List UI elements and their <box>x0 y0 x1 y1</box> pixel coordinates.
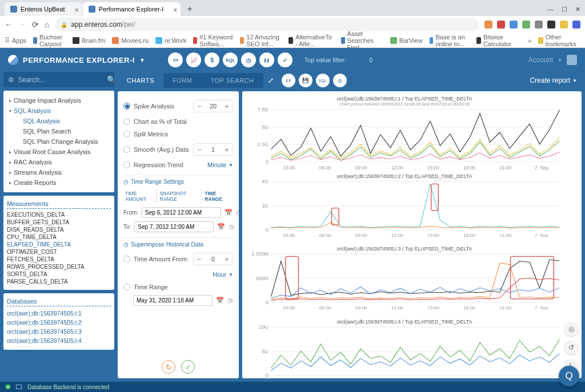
chart[interactable]: orcl(awr);db:1563974505;i:4 / Top ELAPSE… <box>246 318 563 378</box>
sidebar-search[interactable]: ⚙ 🔍 <box>3 72 114 87</box>
time-mini-tab[interactable]: TIME AMOUNT <box>123 189 157 203</box>
subtool-save-icon[interactable]: 💾 <box>299 74 312 87</box>
bookmarks-overflow[interactable]: » <box>528 37 531 44</box>
tool-money-icon[interactable]: $ <box>205 52 219 67</box>
browser-tab[interactable]: Performance Explorer-I× <box>83 2 181 16</box>
radio-smooth[interactable] <box>123 146 130 153</box>
calendar-icon[interactable]: 📅 <box>217 223 225 231</box>
chart-pct-row[interactable]: Chart as % of Total <box>123 115 233 128</box>
smooth-stepper[interactable]: −1+ <box>193 143 233 156</box>
time-range-input[interactable] <box>133 295 213 306</box>
extension-icon[interactable] <box>484 21 492 29</box>
app-dropdown-icon[interactable]: ▼ <box>139 57 145 63</box>
main-tab[interactable]: CHARTS <box>118 73 163 88</box>
clock-icon[interactable]: ◷ <box>236 209 239 216</box>
clock-icon[interactable]: ◷ <box>229 223 234 231</box>
tool-sql-icon[interactable]: SQL <box>223 52 238 67</box>
nav-item[interactable]: ▸Change Impact Analysis <box>7 95 111 106</box>
time-amount-stepper[interactable]: −0+ <box>193 253 233 265</box>
nav-item[interactable]: SQL Plan Search <box>7 126 111 136</box>
radio-regression[interactable] <box>123 161 130 168</box>
apply-button[interactable]: ✓ <box>181 360 195 374</box>
bookmark[interactable]: 12 Amazing SEO Inf... <box>240 34 282 47</box>
measurement-item[interactable]: CPU_TIME_DELTA <box>7 233 111 241</box>
extension-icon[interactable] <box>522 21 530 29</box>
chart-btn-target-icon[interactable]: ◎ <box>564 322 578 336</box>
database-item[interactable]: orcl(awr);db:1563974505;i:1 <box>7 309 111 318</box>
nav-item[interactable]: ▸Create Reports <box>7 177 111 188</box>
time-amount-unit-select[interactable]: Hour▼ <box>213 271 233 278</box>
calendar-icon[interactable]: 📅 <box>225 209 233 216</box>
reset-button[interactable]: ↻ <box>162 360 175 374</box>
chart[interactable]: orcl(awr);db:1563974505;i:2 / Top ELAPSE… <box>246 172 563 245</box>
measurement-item[interactable]: PARSE_CALLS_DELTA <box>7 278 111 285</box>
extension-icon[interactable] <box>510 21 518 29</box>
database-item[interactable]: orcl(awr);db:1563974505;i:4 <box>7 336 111 345</box>
nav-item[interactable]: ▾SQL Analysis <box>7 106 111 116</box>
maximize-button[interactable]: ☐ <box>562 6 567 13</box>
chart-btn-history-icon[interactable]: ↺ <box>564 341 578 354</box>
measurement-item[interactable]: FETCHES_DELTA <box>7 256 111 263</box>
radio-chart-pct[interactable] <box>123 118 130 125</box>
to-input[interactable] <box>134 221 214 232</box>
chart[interactable]: orcl(awr);db:1563974505;i:1 / Top ELAPSE… <box>246 95 563 172</box>
bookmark[interactable]: Base is an online to... <box>430 34 470 47</box>
apps-button[interactable]: ⠿Apps <box>5 37 26 45</box>
close-button[interactable]: ✕ <box>575 6 580 13</box>
other-bookmarks[interactable]: Other bookmarks <box>538 34 580 47</box>
tool-graph-icon[interactable]: ✓ <box>278 52 292 67</box>
tool-clock-icon[interactable]: ◷ <box>241 52 256 67</box>
tool-bars-icon[interactable]: ⫾⫾ <box>259 52 274 67</box>
bookmark[interactable]: Brain.fm <box>73 37 105 44</box>
expand-icon[interactable]: ⤢ <box>268 76 274 84</box>
from-input[interactable] <box>142 207 221 218</box>
app-logo[interactable]: PERFORMANCE EXPLORER-I ▼ <box>8 55 145 65</box>
time-mini-tab[interactable]: TIME RANGE <box>203 189 233 203</box>
measurement-item[interactable]: ELAPSED_TIME_DELTA <box>7 241 111 248</box>
search-input[interactable] <box>18 76 103 84</box>
subtool-chart-icon[interactable]: ⫾⫾ <box>282 74 295 87</box>
measurement-item[interactable]: DISK_READS_DELTA <box>7 226 111 233</box>
forward-button[interactable]: → <box>18 20 26 29</box>
calendar-icon[interactable]: 📅 <box>216 297 224 304</box>
spike-stepper[interactable]: −20+ <box>193 100 233 112</box>
account-menu[interactable]: Account▼ <box>528 55 577 65</box>
global-search-button[interactable]: Q <box>559 366 579 386</box>
radio-time-range[interactable] <box>123 284 130 290</box>
tool-chart-icon[interactable]: 📈 <box>186 52 201 67</box>
bookmark[interactable]: AlternativeTo - Alte... <box>289 34 334 47</box>
radio-split[interactable] <box>123 131 130 138</box>
radio-spike[interactable] <box>123 103 130 110</box>
new-tab-button[interactable]: + <box>181 4 198 14</box>
measurement-item[interactable]: EXECUTIONS_DELTA <box>7 211 111 219</box>
time-mini-tab[interactable]: SNAPSHOT RANGE <box>158 189 202 203</box>
nav-item[interactable]: SQL Analysis <box>7 116 111 126</box>
bookmark[interactable]: BarView <box>390 37 423 44</box>
extension-icon[interactable] <box>497 21 505 29</box>
tool-list-icon[interactable]: ≡• <box>168 52 183 67</box>
bookmark[interactable]: Movies.ru <box>112 37 149 44</box>
time-amount-from-row[interactable]: Time Amount From: −0+ <box>123 250 233 268</box>
main-tab[interactable]: TOP SEARCH <box>201 73 263 88</box>
split-metrics-row[interactable]: Split Metrics <box>123 128 233 140</box>
chart[interactable]: orcl(awr);db:1563974505;i:3 / Top ELAPSE… <box>246 245 563 317</box>
subtool-target-icon[interactable]: ◎ <box>333 74 347 87</box>
regression-row[interactable]: Regression Trend Minute▼ <box>123 159 233 171</box>
search-icon[interactable]: 🔍 <box>107 75 116 84</box>
nav-item[interactable]: ▸Visual Root Cause Analysis <box>7 147 111 157</box>
time-range-radio-row[interactable]: Time Range <box>123 281 233 293</box>
extension-icon[interactable] <box>547 21 555 29</box>
smooth-row[interactable]: Smooth (Avg.) Data −1+ <box>123 140 233 159</box>
bookmark[interactable]: Buchser Carpool <box>33 34 66 47</box>
nav-item[interactable]: ▸RAC Analysis <box>7 157 111 167</box>
bookmark[interactable]: #1 Keyword Softwa... <box>193 34 233 47</box>
main-tab[interactable]: FORM <box>163 73 201 88</box>
measurement-item[interactable]: BUFFER_GETS_DELTA <box>7 219 111 226</box>
subtool-sql-icon[interactable]: SQL <box>316 74 330 87</box>
create-report-button[interactable]: Create report▼ <box>530 76 577 84</box>
database-item[interactable]: orcl(awr);db:1563974505;i:3 <box>7 327 111 336</box>
url-bar[interactable]: 🔒 app.enteros.com/pei/ <box>55 18 479 31</box>
nav-item[interactable]: ▸Streams Analysis <box>7 167 111 177</box>
extension-icon[interactable] <box>572 21 580 29</box>
clock-icon[interactable]: ◷ <box>227 297 233 304</box>
